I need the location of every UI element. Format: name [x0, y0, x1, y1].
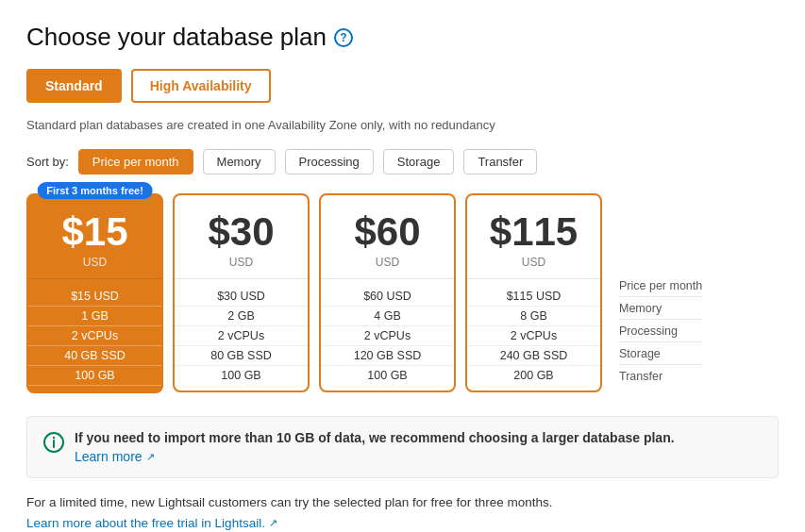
plan-tabs: Standard High Availability: [26, 69, 779, 103]
plan-15-storage: 40 GB SSD: [28, 346, 161, 366]
sort-storage[interactable]: Storage: [383, 149, 455, 175]
sort-price[interactable]: Price per month: [78, 149, 193, 175]
sort-transfer[interactable]: Transfer: [463, 149, 537, 175]
plan-115-price: $115: [490, 212, 578, 252]
info-icon: [42, 431, 65, 454]
footer-text: For a limited time, new Lightsail custom…: [26, 495, 779, 509]
plan-30-price: $30: [208, 212, 274, 252]
plan-30-price-label: $30 USD: [175, 287, 308, 307]
plan-15-price-box: $15 USD: [28, 195, 161, 278]
plan-115-details: $115 USD 8 GB 2 vCPUs 240 GB SSD 200 GB: [467, 278, 600, 391]
plan-115-processing: 2 vCPUs: [467, 326, 600, 346]
page-title: Choose your database plan: [26, 23, 327, 52]
footer-link-text: Learn more about the free trial in Light…: [26, 516, 265, 530]
plan-30-currency: USD: [229, 256, 253, 269]
plan-60-processing: 2 vCPUs: [321, 326, 454, 346]
plan-30-storage: 80 GB SSD: [175, 346, 308, 366]
col-label-price: Price per month: [619, 274, 702, 297]
sort-bar: Sort by: Price per month Memory Processi…: [26, 149, 779, 175]
plan-115-transfer: 200 GB: [467, 366, 600, 385]
footer-link[interactable]: Learn more about the free trial in Light…: [26, 516, 277, 530]
footer-external-link-icon: ↗: [269, 517, 277, 529]
info-box: If you need to import more than 10 GB of…: [26, 416, 779, 478]
plan-30-price-box: $30 USD: [175, 195, 308, 278]
sort-processing[interactable]: Processing: [285, 149, 374, 175]
plan-30-details: $30 USD 2 GB 2 vCPUs 80 GB SSD 100 GB: [175, 278, 308, 391]
tab-standard[interactable]: Standard: [26, 69, 122, 103]
sort-label: Sort by:: [26, 155, 69, 169]
plans-container: First 3 months free! $15 USD $15 USD 1 G…: [26, 193, 779, 393]
info-content: If you need to import more than 10 GB of…: [75, 430, 675, 464]
plan-60-details: $60 USD 4 GB 2 vCPUs 120 GB SSD 100 GB: [321, 278, 454, 391]
plan-60-price-label: $60 USD: [321, 287, 454, 307]
label-spacer: [619, 207, 702, 274]
plan-115-price-box: $115 USD: [467, 195, 600, 278]
col-label-storage: Storage: [619, 342, 702, 365]
plan-card-15[interactable]: First 3 months free! $15 USD $15 USD 1 G…: [26, 193, 163, 393]
plan-60-transfer: 100 GB: [321, 366, 454, 385]
plan-15-price: $15: [61, 212, 127, 252]
plan-60-currency: USD: [376, 256, 399, 269]
plan-card-30[interactable]: $30 USD $30 USD 2 GB 2 vCPUs 80 GB SSD 1…: [173, 193, 310, 392]
free-badge: First 3 months free!: [37, 182, 153, 199]
subtitle: Standard plan databases are created in o…: [26, 118, 779, 132]
plan-15-memory: 1 GB: [28, 307, 161, 326]
page-title-container: Choose your database plan ?: [26, 23, 779, 52]
plan-15-details: $15 USD 1 GB 2 vCPUs 40 GB SSD 100 GB: [28, 278, 161, 391]
plan-60-memory: 4 GB: [321, 307, 454, 326]
plan-60-price: $60: [354, 212, 420, 252]
external-link-icon: ↗: [146, 451, 155, 463]
plan-60-price-box: $60 USD: [321, 195, 454, 278]
plan-30-processing: 2 vCPUs: [175, 326, 308, 346]
plan-115-memory: 8 GB: [467, 307, 600, 326]
col-label-processing: Processing: [619, 320, 702, 342]
plan-15-transfer: 100 GB: [28, 366, 161, 386]
plan-30-transfer: 100 GB: [175, 366, 308, 385]
help-icon[interactable]: ?: [334, 28, 353, 47]
info-text: If you need to import more than 10 GB of…: [75, 430, 675, 445]
col-label-transfer: Transfer: [619, 365, 702, 388]
plan-card-115[interactable]: $115 USD $115 USD 8 GB 2 vCPUs 240 GB SS…: [465, 193, 602, 392]
info-link[interactable]: Learn more ↗: [75, 449, 155, 464]
tab-high-availability[interactable]: High Availability: [131, 69, 271, 103]
sort-memory[interactable]: Memory: [203, 149, 276, 175]
plan-15-currency: USD: [83, 256, 107, 269]
plan-115-storage: 240 GB SSD: [467, 346, 600, 366]
plan-115-price-label: $115 USD: [467, 287, 600, 307]
plan-card-60[interactable]: $60 USD $60 USD 4 GB 2 vCPUs 120 GB SSD …: [319, 193, 456, 392]
plan-60-storage: 120 GB SSD: [321, 346, 454, 366]
plan-115-currency: USD: [522, 256, 545, 269]
col-label-memory: Memory: [619, 297, 702, 320]
svg-point-2: [53, 437, 55, 439]
info-text-strong: If you need to import more than 10 GB of…: [75, 430, 675, 445]
plan-15-processing: 2 vCPUs: [28, 326, 161, 346]
info-link-text: Learn more: [75, 449, 143, 464]
plan-30-memory: 2 GB: [175, 307, 308, 326]
plan-15-price-label: $15 USD: [28, 287, 161, 307]
column-labels: Price per month Memory Processing Storag…: [619, 207, 702, 393]
